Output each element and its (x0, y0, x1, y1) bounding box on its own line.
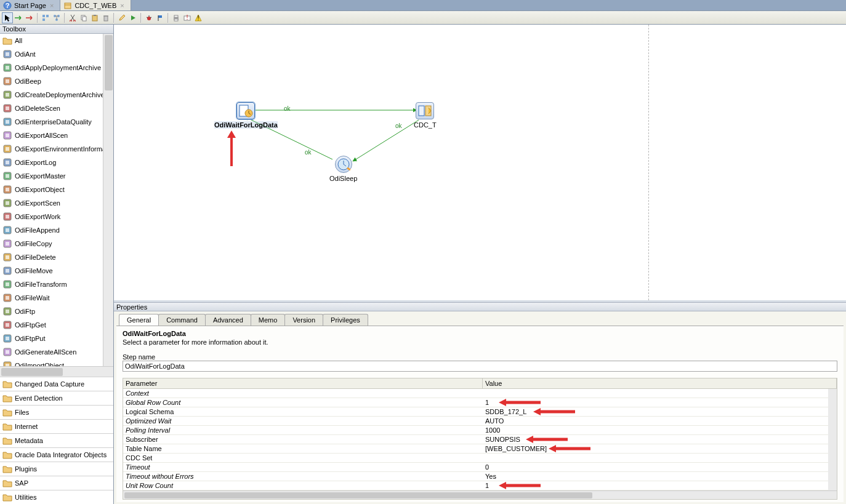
toolbox-item[interactable]: OdiExportMaster (0, 169, 113, 183)
toolbox-item[interactable]: OdiCreateDeploymentArchive (0, 88, 113, 102)
print-icon[interactable] (171, 12, 182, 23)
param-value[interactable]: [WEB_CUSTOMER] (483, 444, 837, 453)
warning-icon[interactable]: ! (193, 12, 204, 23)
step-name-input[interactable] (123, 361, 837, 372)
toolbox-item[interactable]: OdiExportWork (0, 210, 113, 223)
svg-point-22 (147, 17, 151, 20)
toolbox-item[interactable]: OdiExportEnvironmentInformation (0, 142, 113, 156)
param-row[interactable]: Timeout without ErrorsYes (123, 472, 837, 481)
toolbox-category[interactable]: Utilities (0, 490, 113, 504)
toolbox-item[interactable]: OdiExportScen (0, 196, 113, 210)
param-value[interactable]: SUNOPSIS (483, 435, 837, 444)
ko-link-icon[interactable] (24, 12, 35, 23)
param-value[interactable]: SDDB_172_L (483, 407, 837, 416)
delete-icon[interactable] (100, 12, 111, 23)
toolbox-item[interactable]: OdiExportLog (0, 156, 113, 169)
debug-icon[interactable] (143, 12, 155, 23)
toolbox-item[interactable]: OdiBeep (0, 74, 113, 88)
param-value[interactable]: 1000 (483, 426, 837, 434)
cut-icon[interactable] (67, 12, 78, 23)
param-row[interactable]: Polling Interval1000 (123, 426, 837, 435)
edit-icon[interactable] (116, 12, 127, 23)
toolbox-scrollbar[interactable] (103, 34, 113, 366)
props-tab-general[interactable]: General (119, 314, 159, 326)
params-hscrollbar[interactable] (123, 490, 837, 499)
toolbox-category[interactable]: Plugins (0, 462, 113, 476)
param-row[interactable]: Global Row Count1 (123, 398, 837, 407)
cursor-tool-icon[interactable] (2, 12, 13, 23)
props-tab-memo[interactable]: Memo (251, 314, 286, 326)
toolbox-item[interactable]: OdiFileTransform (0, 278, 113, 291)
toolbox-item[interactable]: OdiFileWait (0, 291, 113, 305)
column-header-parameter[interactable]: Parameter (123, 378, 483, 388)
close-icon[interactable]: × (119, 2, 125, 9)
props-tab-privileges[interactable]: Privileges (323, 314, 368, 326)
toolbox-item[interactable]: OdiFileDelete (0, 250, 113, 264)
toolbox-item[interactable]: OdiAnt (0, 47, 113, 61)
svg-rect-53 (6, 174, 9, 178)
node-cdc-t[interactable]: CDC_T (414, 102, 437, 129)
steps-icon[interactable] (40, 12, 51, 23)
toolbox-category[interactable]: SAP (0, 476, 113, 490)
param-row[interactable]: Context (123, 389, 837, 398)
toolbox-category[interactable]: Event Detection (0, 391, 113, 405)
copy-icon[interactable] (78, 12, 89, 23)
props-tab-version[interactable]: Version (284, 314, 323, 326)
svg-rect-77 (6, 337, 9, 340)
param-value[interactable]: Yes (483, 472, 837, 481)
param-row[interactable]: Optimized WaitAUTO (123, 417, 837, 426)
param-value[interactable]: 1 (483, 481, 837, 490)
props-tab-advanced[interactable]: Advanced (205, 314, 251, 326)
tool-icon (2, 130, 12, 140)
toolbox-item[interactable]: OdiFtpGet (0, 318, 113, 332)
params-vscrollbar[interactable] (828, 389, 837, 490)
param-value[interactable]: 1 (483, 398, 837, 407)
edge-label-ok: ok (395, 122, 402, 129)
param-value[interactable]: AUTO (483, 417, 837, 425)
errors-icon[interactable]: ! (182, 12, 193, 23)
param-value[interactable] (483, 454, 837, 462)
toolbox-item[interactable]: OdiDeleteScen (0, 102, 113, 115)
ok-link-icon[interactable] (13, 12, 24, 23)
toolbox-category[interactable]: Files (0, 405, 113, 419)
flag-icon[interactable] (155, 12, 166, 23)
param-row[interactable]: Table Name[WEB_CUSTOMER] (123, 444, 837, 454)
param-value[interactable]: 0 (483, 463, 837, 471)
toolbox-item[interactable]: OdiExportAllScen (0, 129, 113, 142)
toolbox-item[interactable]: OdiEnterpriseDataQuality (0, 115, 113, 129)
param-row[interactable]: Timeout0 (123, 463, 837, 472)
toolbox-item[interactable]: OdiImportObject (0, 359, 113, 366)
toolbox-item[interactable]: OdiFileCopy (0, 237, 113, 250)
node-odisleep[interactable]: OdiSleep (329, 156, 357, 182)
param-row[interactable]: Logical SchemaSDDB_172_L (123, 407, 837, 417)
toolbox-category[interactable]: Changed Data Capture (0, 377, 113, 391)
param-row[interactable]: Unit Row Count1 (123, 481, 837, 490)
param-row[interactable]: CDC Set (123, 454, 837, 463)
param-value[interactable] (483, 389, 837, 398)
toolbox-category[interactable]: Metadata (0, 433, 113, 447)
close-icon[interactable]: × (49, 2, 55, 9)
tab-cdc-t-web[interactable]: CDC_T_WEB × (60, 0, 131, 10)
param-row[interactable]: SubscriberSUNOPSIS (123, 435, 837, 444)
toolbox-item[interactable]: OdiFtpPut (0, 332, 113, 345)
toolbox-item[interactable]: OdiFileMove (0, 264, 113, 278)
param-name: Logical Schema (123, 407, 483, 416)
reorganize-icon[interactable] (51, 12, 62, 23)
toolbox-category[interactable]: Oracle Data Integrator Objects (0, 447, 113, 462)
toolbox-item-label: OdiExportMaster (15, 172, 66, 180)
tab-start-page[interactable]: ? Start Page × (0, 0, 60, 10)
run-icon[interactable] (127, 12, 139, 23)
toolbox-item[interactable]: OdiFtp (0, 305, 113, 318)
props-tab-command[interactable]: Command (158, 314, 206, 326)
toolbox-item[interactable]: OdiFileAppend (0, 223, 113, 237)
node-odiwaitforlogdata[interactable]: OdiWaitForLogData (214, 102, 278, 129)
toolbox-category[interactable]: Internet (0, 419, 113, 433)
toolbox-item-all[interactable]: All (0, 34, 113, 47)
toolbox-item[interactable]: OdiExportObject (0, 183, 113, 196)
toolbox-item[interactable]: OdiGenerateAllScen (0, 345, 113, 359)
diagram-canvas[interactable]: OdiWaitForLogData CDC_T OdiSleep ok o (114, 25, 846, 302)
column-header-value[interactable]: Value (483, 378, 837, 388)
toolbox-hscrollbar[interactable] (0, 366, 113, 377)
toolbox-item[interactable]: OdiApplyDeploymentArchive (0, 61, 113, 74)
paste-icon[interactable] (89, 12, 100, 23)
